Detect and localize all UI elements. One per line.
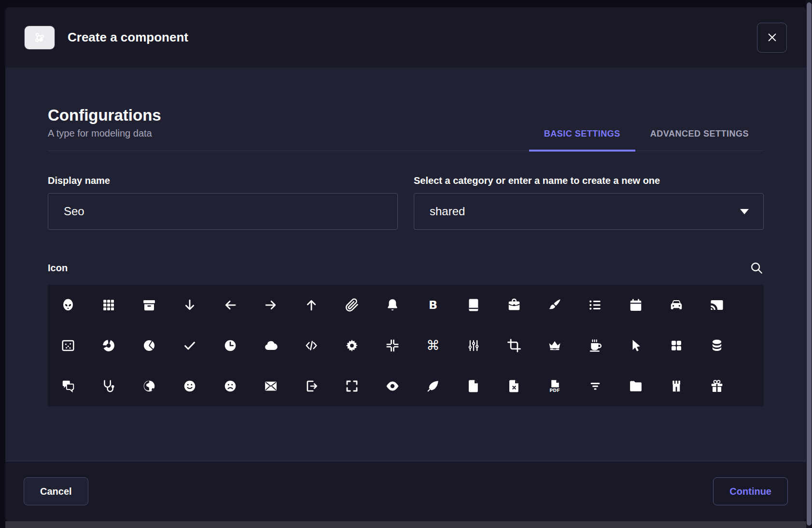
- expand-icon[interactable]: [332, 366, 372, 406]
- cursor-icon[interactable]: [616, 325, 656, 366]
- calendar-icon[interactable]: [616, 285, 656, 325]
- icon-section-head: Icon: [48, 261, 764, 275]
- database-icon[interactable]: [697, 325, 737, 366]
- check-icon[interactable]: [169, 325, 210, 366]
- scrollbar-thumb[interactable]: [807, 2, 812, 526]
- svg-text:⌘: ⌘: [426, 338, 440, 353]
- book-icon[interactable]: [453, 285, 494, 325]
- arrow-up-icon[interactable]: [291, 285, 332, 325]
- apps-icon[interactable]: [88, 285, 129, 325]
- arrow-right-icon[interactable]: [251, 285, 291, 325]
- earth-icon[interactable]: [129, 366, 169, 406]
- settings-tabs: BASIC SETTINGS ADVANCED SETTINGS: [529, 129, 764, 151]
- dialog-footer: Cancel Continue: [5, 461, 806, 521]
- page-subtitle: A type for modeling data: [48, 128, 161, 139]
- category-select-value: shared: [430, 205, 465, 218]
- cast-icon[interactable]: [697, 285, 737, 325]
- crown-icon[interactable]: [534, 325, 575, 366]
- tab-basic-settings[interactable]: BASIC SETTINGS: [529, 129, 635, 152]
- page-title: Configurations: [48, 106, 161, 125]
- clock-icon[interactable]: [210, 325, 251, 366]
- search-icon: [749, 261, 764, 275]
- brush-icon[interactable]: [534, 285, 575, 325]
- svg-text:PDF: PDF: [549, 388, 560, 393]
- close-icon: [766, 31, 778, 43]
- dialog-title: Create a component: [68, 30, 188, 45]
- briefcase-icon[interactable]: [494, 285, 534, 325]
- cancel-button[interactable]: Cancel: [24, 477, 88, 505]
- scrollbar[interactable]: [806, 0, 812, 528]
- cup-icon[interactable]: [575, 325, 616, 366]
- exit-icon[interactable]: [291, 366, 332, 406]
- tab-advanced-settings[interactable]: ADVANCED SETTINGS: [635, 129, 764, 151]
- category-label: Select a category or enter a name to cre…: [414, 175, 764, 186]
- folder-icon[interactable]: [616, 366, 656, 406]
- file-pdf-icon[interactable]: PDF: [534, 366, 575, 406]
- command-icon[interactable]: ⌘: [413, 325, 453, 366]
- code-icon[interactable]: [291, 325, 332, 366]
- dashboard-icon[interactable]: [656, 325, 697, 366]
- icon-label: Icon: [48, 263, 68, 274]
- bell-icon[interactable]: [372, 285, 413, 325]
- car-icon[interactable]: [656, 285, 697, 325]
- discuss-icon[interactable]: [48, 366, 88, 406]
- feather-icon[interactable]: [413, 366, 453, 406]
- component-icon: [25, 26, 55, 49]
- doctor-icon[interactable]: [88, 366, 129, 406]
- file-icon[interactable]: [453, 366, 494, 406]
- gift-icon[interactable]: [697, 366, 737, 406]
- chart-circle-icon[interactable]: [88, 325, 129, 366]
- arrow-left-icon[interactable]: [210, 285, 251, 325]
- cloud-icon[interactable]: [251, 325, 291, 366]
- attachment-icon[interactable]: [332, 285, 372, 325]
- chart-pie-icon[interactable]: [129, 325, 169, 366]
- chevron-down-icon: [740, 209, 749, 214]
- display-name-input[interactable]: [48, 193, 398, 230]
- filter-icon[interactable]: [575, 366, 616, 406]
- close-button[interactable]: [757, 23, 787, 53]
- chart-bubble-icon[interactable]: [48, 325, 88, 366]
- dialog-body: Configurations A type for modeling data …: [5, 68, 806, 461]
- archive-icon[interactable]: [129, 285, 169, 325]
- collapse-icon[interactable]: [372, 325, 413, 366]
- connector-icon[interactable]: [453, 325, 494, 366]
- emotion-happy-icon[interactable]: [169, 366, 210, 406]
- section-head: Configurations A type for modeling data …: [48, 106, 764, 151]
- emotion-unhappy-icon[interactable]: [210, 366, 251, 406]
- page-bottom-strip: [5, 521, 806, 528]
- eye-icon[interactable]: [372, 366, 413, 406]
- bullet-list-icon[interactable]: [575, 285, 616, 325]
- gate-icon[interactable]: [656, 366, 697, 406]
- form-row: Display name Select a category or enter …: [48, 175, 764, 230]
- bold-icon[interactable]: B: [413, 285, 453, 325]
- crop-icon[interactable]: [494, 325, 534, 366]
- file-error-icon[interactable]: [494, 366, 534, 406]
- display-name-label: Display name: [48, 175, 398, 186]
- arrow-down-icon[interactable]: [169, 285, 210, 325]
- cog-icon[interactable]: [332, 325, 372, 366]
- svg-text:B: B: [429, 298, 437, 312]
- category-select[interactable]: shared: [414, 193, 764, 230]
- dialog-header: Create a component: [5, 7, 806, 68]
- continue-button[interactable]: Continue: [713, 477, 788, 505]
- icon-grid: B⌘PDF: [48, 285, 764, 406]
- icon-search-button[interactable]: [749, 261, 764, 275]
- envelop-icon[interactable]: [251, 366, 291, 406]
- alien-icon[interactable]: [48, 285, 88, 325]
- create-component-dialog: Create a component Configurations A type…: [5, 7, 806, 521]
